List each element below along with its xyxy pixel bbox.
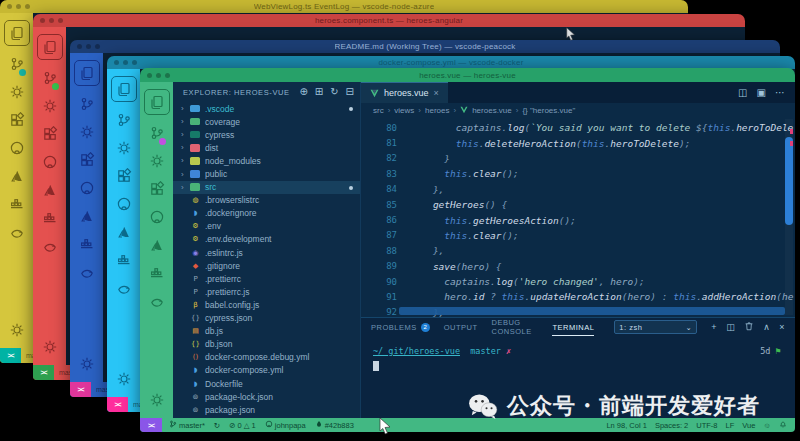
titlebar[interactable]: heroes.vue — heroes-vue xyxy=(140,68,795,82)
code-line-85[interactable]: 85 getHeroes() { xyxy=(361,197,795,212)
folder-row-dist[interactable]: ›dist xyxy=(173,141,360,154)
source-control-icon[interactable] xyxy=(79,90,95,118)
panel-tab-problems[interactable]: PROBLEMS2 xyxy=(371,318,430,336)
code-line-80[interactable]: 80 captains.log(`You said you want to de… xyxy=(361,120,795,135)
traffic-lights[interactable] xyxy=(147,73,170,78)
file-row-package-lock.json[interactable]: ⊚package-lock.json xyxy=(173,390,360,403)
settings-icon[interactable] xyxy=(149,147,165,175)
code-line-86[interactable]: 86 this.getHeroesAction(); xyxy=(361,212,795,227)
docker-icon[interactable] xyxy=(149,259,165,287)
status-github[interactable]: johnpapa xyxy=(265,420,306,430)
toggle-layout-icon[interactable]: ▣ xyxy=(757,87,766,98)
github-icon[interactable] xyxy=(79,174,95,202)
file-row-.dockerignore[interactable]: ◗.dockerignore xyxy=(173,207,360,220)
minimize-window-icon[interactable] xyxy=(16,4,21,9)
source-control-icon[interactable] xyxy=(116,106,132,134)
extensions-icon[interactable] xyxy=(149,175,165,203)
editor-scrollbar[interactable] xyxy=(785,119,793,315)
source-control-icon[interactable] xyxy=(42,64,58,92)
manage-icon[interactable] xyxy=(42,333,58,361)
deployments-icon[interactable] xyxy=(116,274,132,302)
extensions-icon[interactable] xyxy=(116,162,132,190)
file-row-.env.development[interactable]: ⚙.env.development xyxy=(173,233,360,246)
remote-indicator[interactable]: >< xyxy=(140,418,162,432)
remote-indicator[interactable]: >< xyxy=(0,348,21,363)
traffic-lights[interactable] xyxy=(114,60,137,65)
manage-icon[interactable] xyxy=(116,365,132,393)
status-utf-8[interactable]: UTF-8 xyxy=(696,421,717,430)
scrollbar-thumb[interactable] xyxy=(785,137,793,225)
kill-terminal-icon[interactable] xyxy=(744,321,754,333)
folder-row-cypress[interactable]: ›cypress xyxy=(173,128,360,141)
manage-icon[interactable] xyxy=(9,316,25,344)
vscode-window-green[interactable]: heroes.vue — heroes-vue EXPLORER: HEROES… xyxy=(140,68,795,432)
file-row-.prettierrc[interactable]: P.prettierrc xyxy=(173,272,360,285)
file-row-docker-compose.yml[interactable]: ◗docker-compose.yml xyxy=(173,364,360,377)
azure-icon[interactable] xyxy=(116,218,132,246)
status-problems[interactable]: ⊘ 0 △ 1 xyxy=(229,421,256,430)
file-row-package.json[interactable]: ⊚package.json xyxy=(173,403,360,416)
breadcrumb-item[interactable]: heroes.vue xyxy=(472,106,512,115)
docker-icon[interactable] xyxy=(9,190,25,218)
minimize-window-icon[interactable] xyxy=(123,60,128,65)
extensions-icon[interactable] xyxy=(42,120,58,148)
zoom-window-icon[interactable] xyxy=(165,73,170,78)
titlebar[interactable]: heroes.component.ts — heroes-angular xyxy=(33,14,745,27)
breadcrumb[interactable]: src›views›heroes›heroes.vue›{} "heroes.v… xyxy=(361,103,795,117)
code-line-88[interactable]: 88 }, xyxy=(361,243,795,258)
code-line-82[interactable]: 82 } xyxy=(361,151,795,166)
azure-icon[interactable] xyxy=(79,202,95,230)
split-terminal-icon[interactable]: ◫ xyxy=(726,322,735,332)
close-window-icon[interactable] xyxy=(147,73,152,78)
file-row-.browserslistrc[interactable]: ◍.browserslistrc xyxy=(173,194,360,207)
status-branch[interactable]: master* xyxy=(169,420,205,430)
github-icon[interactable] xyxy=(149,203,165,231)
docker-icon[interactable] xyxy=(116,246,132,274)
deployments-icon[interactable] xyxy=(79,258,95,286)
settings-icon[interactable] xyxy=(9,78,25,106)
close-tab-icon[interactable]: × xyxy=(434,88,439,98)
docker-icon[interactable] xyxy=(42,204,58,232)
manage-icon[interactable] xyxy=(79,350,95,378)
source-control-icon[interactable] xyxy=(9,50,25,78)
minimize-window-icon[interactable] xyxy=(86,44,91,49)
tab-heroes-vue[interactable]: heroes.vue × xyxy=(361,82,448,103)
github-icon[interactable] xyxy=(42,148,58,176)
code-line-81[interactable]: 81 this.deleteHeroAction(this.heroToDele… xyxy=(361,135,795,150)
close-window-icon[interactable] xyxy=(114,60,119,65)
code-line-89[interactable]: 89 save(hero) { xyxy=(361,259,795,274)
minimize-window-icon[interactable] xyxy=(156,73,161,78)
new-folder-icon[interactable]: ⊞ xyxy=(315,87,323,97)
traffic-lights[interactable] xyxy=(7,4,30,9)
file-row-.env[interactable]: ⚙.env xyxy=(173,220,360,233)
status-vue[interactable]: Vue xyxy=(742,421,755,430)
deployments-icon[interactable] xyxy=(149,287,165,315)
status-peacock[interactable]: #42b883 xyxy=(315,420,354,430)
zoom-window-icon[interactable] xyxy=(95,44,100,49)
remote-indicator[interactable]: >< xyxy=(33,365,54,380)
explorer-icon[interactable] xyxy=(74,60,100,86)
status-lf[interactable]: LF xyxy=(725,421,734,430)
file-row-Dockerfile[interactable]: ◗Dockerfile xyxy=(173,377,360,390)
file-row-.gitignore[interactable]: ◆.gitignore xyxy=(173,259,360,272)
remote-indicator[interactable]: >< xyxy=(107,397,128,412)
status-sync[interactable]: ↻ xyxy=(214,421,220,430)
zoom-window-icon[interactable] xyxy=(58,18,63,23)
file-row-.eslintrc.js[interactable]: ◉.eslintrc.js xyxy=(173,246,360,259)
settings-icon[interactable] xyxy=(116,134,132,162)
settings-icon[interactable] xyxy=(42,92,58,120)
folder-row-node_modules[interactable]: ›node_modules xyxy=(173,154,360,167)
close-window-icon[interactable] xyxy=(77,44,82,49)
code-line-83[interactable]: 83 this.clear(); xyxy=(361,166,795,181)
remote-indicator[interactable]: >< xyxy=(70,382,91,397)
azure-icon[interactable] xyxy=(149,231,165,259)
panel-tab-terminal[interactable]: TERMINAL xyxy=(552,318,594,336)
code-line-84[interactable]: 84 }, xyxy=(361,182,795,197)
code-editor[interactable]: 80 captains.log(`You said you want to de… xyxy=(361,117,795,317)
file-row-cypress.json[interactable]: {}cypress.json xyxy=(173,312,360,325)
source-control-icon[interactable] xyxy=(149,119,165,147)
bell-icon[interactable] xyxy=(779,421,787,429)
new-terminal-icon[interactable]: + xyxy=(711,322,717,332)
file-row-docker-compose.debug.yml[interactable]: ()docker-compose.debug.yml xyxy=(173,351,360,364)
split-editor-icon[interactable]: ◫ xyxy=(738,87,747,98)
